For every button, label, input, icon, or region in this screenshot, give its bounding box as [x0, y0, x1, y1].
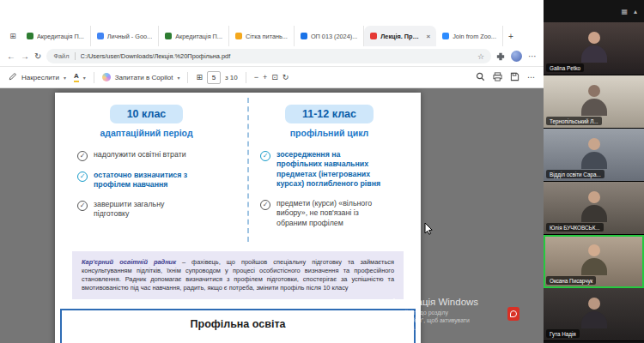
- url-scheme-label: Файл: [53, 52, 75, 60]
- favorites-star-icon[interactable]: ☆: [477, 52, 484, 61]
- zoom-controls: − + ⊡ ↻: [254, 74, 289, 81]
- advisor-term: Кар'єрний освітній радник: [82, 258, 176, 266]
- copilot-label: Запитати в Copilot: [115, 74, 173, 81]
- tab-favicon-icon: [301, 33, 307, 39]
- grade-10-subtitle: адаптаційний період: [100, 128, 192, 138]
- browser-actions: ⋯: [496, 49, 537, 64]
- browser-tab[interactable]: Сітка питань...: [229, 26, 295, 46]
- participant-video-tile[interactable]: Відділ освіти Сара...: [544, 129, 644, 182]
- check-icon: ✓: [77, 201, 88, 211]
- tab-label: Join from Zoo...: [453, 33, 496, 40]
- browser-tab[interactable]: Акредитація П...: [21, 26, 91, 46]
- pdf-toolbar: Накреслити ▾ A ▾ Запитати в Copilot ▾ ⊞ …: [0, 67, 544, 88]
- browser-tab[interactable]: Акредитація П...: [159, 26, 229, 46]
- rotate-icon[interactable]: ↻: [283, 74, 289, 81]
- participant-silhouette: [581, 85, 607, 116]
- two-column-section: 10 клас адаптаційний період ✓ надолужити…: [55, 93, 421, 240]
- screen: ⊞ Акредитація П... Личный - Goo... Акред…: [0, 0, 644, 343]
- column-grade-10: 10 клас адаптаційний період ✓ надолужити…: [55, 105, 238, 240]
- forward-icon[interactable]: →: [21, 52, 29, 61]
- participant-silhouette: [581, 32, 607, 63]
- url-field[interactable]: Файл C:/Users/user/Downloads/Лекція.%20П…: [46, 49, 491, 63]
- browser-tab-active[interactable]: Лекція. Профі... ×: [364, 26, 436, 46]
- participant-name-badge: Відділ освіти Сара...: [546, 170, 605, 178]
- list-item-highlighted: ✓ остаточно визначитися з профілем навча…: [77, 171, 202, 190]
- toolbar-more-icon[interactable]: ⋯: [527, 74, 535, 81]
- tab-bar: ⊞ Акредитація П... Личный - Goo... Акред…: [0, 26, 544, 46]
- item-text: остаточно визначитися з профілем навчанн…: [94, 171, 202, 190]
- pdf-viewport[interactable]: 10 клас адаптаційний період ✓ надолужити…: [0, 88, 544, 343]
- page-navigation: ⊞ з 10: [196, 71, 237, 84]
- participant-video-tile[interactable]: Юлія БУЧКОВСЬК...: [544, 182, 644, 235]
- participant-name-badge: Galina Petko: [546, 63, 584, 72]
- page-number-input[interactable]: [207, 71, 221, 84]
- back-icon[interactable]: ←: [7, 52, 15, 61]
- participant-silhouette: [581, 244, 607, 275]
- item-text: зосередження на профільних навчальних пр…: [276, 150, 385, 190]
- fit-page-icon[interactable]: ⊡: [271, 74, 278, 81]
- gallery-view-icon[interactable]: ▦: [621, 8, 628, 15]
- browser-tab[interactable]: ОП 013 (2024)...: [295, 26, 364, 46]
- zoom-in-icon[interactable]: +: [263, 74, 267, 81]
- collapse-panel-icon[interactable]: ▴: [634, 8, 637, 15]
- browser-tab[interactable]: Join from Zoo...: [436, 26, 503, 46]
- list-item: ✓ надолужити освітні втрати: [77, 150, 202, 161]
- copilot-button[interactable]: Запитати в Copilot ▾: [102, 73, 180, 81]
- column-grade-11-12: 11-12 клас профільний цикл ✓ зосередженн…: [238, 105, 421, 240]
- grade-11-12-items: ✓ зосередження на профільних навчальних …: [260, 150, 385, 228]
- participant-video-tile[interactable]: Тернопільський Л...: [544, 75, 644, 129]
- extensions-puzzle-icon[interactable]: [496, 49, 505, 64]
- zoom-out-icon[interactable]: −: [254, 74, 258, 81]
- tab-favicon-icon: [165, 33, 172, 39]
- item-text: завершити загальну підготовку: [94, 200, 202, 220]
- check-icon: ✓: [260, 151, 270, 161]
- chevron-down-icon: ▾: [83, 75, 86, 81]
- next-section-title: Профільна освіта: [62, 318, 414, 330]
- participant-video-tile-active-speaker[interactable]: Оксана Писарчук: [544, 235, 644, 288]
- draw-tool-button[interactable]: Накреслити ▾: [9, 72, 66, 82]
- participant-name-badge: Юлія БУЧКОВСЬК...: [546, 223, 604, 232]
- check-icon: ✓: [77, 172, 88, 182]
- tab-favicon-icon: [442, 33, 449, 39]
- tab-label: Акредитація П...: [37, 33, 84, 40]
- new-tab-button[interactable]: +: [503, 26, 519, 46]
- toolbar-divider: [187, 72, 188, 83]
- tab-favicon-icon: [370, 33, 377, 39]
- highlighter-icon: A: [74, 73, 79, 82]
- tab-favicon-icon: [27, 33, 33, 39]
- list-item: ✓ завершити загальну підготовку: [77, 200, 202, 220]
- url-text: C:/Users/user/Downloads/Лекція.%20Профіл…: [81, 52, 472, 60]
- print-icon[interactable]: [493, 72, 502, 83]
- participant-video-tile[interactable]: Galina Petko: [544, 22, 644, 75]
- save-icon[interactable]: [510, 72, 519, 83]
- tab-label: Личный - Goo...: [107, 33, 152, 40]
- thumbnails-icon[interactable]: ⊞: [196, 74, 203, 81]
- acrobat-floating-icon[interactable]: [507, 307, 519, 321]
- tab-close-icon[interactable]: ×: [427, 33, 431, 40]
- grade-10-items: ✓ надолужити освітні втрати ✓ остаточно …: [77, 150, 202, 220]
- mouse-cursor: [424, 222, 434, 238]
- participant-name-badge: Тернопільський Л...: [546, 117, 602, 125]
- browser-more-icon[interactable]: ⋯: [528, 51, 537, 61]
- pdf-toolbar-right: ⋯: [476, 72, 535, 83]
- participant-silhouette: [581, 138, 607, 169]
- item-text: надолужити освітні втрати: [94, 150, 186, 159]
- draw-label: Накреслити: [21, 74, 59, 81]
- dashed-divider: [247, 98, 249, 242]
- participant-name-badge: Оксана Писарчук: [546, 276, 596, 285]
- chevron-down-icon: ▾: [177, 75, 179, 81]
- pen-icon: [9, 72, 17, 82]
- check-icon: ✓: [77, 151, 88, 161]
- search-icon[interactable]: [476, 72, 485, 83]
- address-bar: ← → ↻ Файл C:/Users/user/Downloads/Лекці…: [0, 46, 544, 67]
- refresh-icon[interactable]: ↻: [34, 52, 41, 61]
- highlight-tool-button[interactable]: A ▾: [74, 73, 86, 82]
- browser-tab[interactable]: Личный - Goo...: [91, 26, 159, 46]
- participant-video-tile[interactable]: Гута Надія: [544, 288, 644, 341]
- grade-10-pill: 10 клас: [110, 105, 184, 123]
- participant-silhouette: [581, 298, 607, 328]
- zoom-participants-panel: ▦ ▴ Galina Petko Тернопільський Л... Від…: [544, 0, 644, 343]
- workspaces-icon[interactable]: ⊞: [5, 26, 21, 46]
- profile-avatar[interactable]: [511, 51, 522, 62]
- toolbar-divider: [94, 72, 94, 83]
